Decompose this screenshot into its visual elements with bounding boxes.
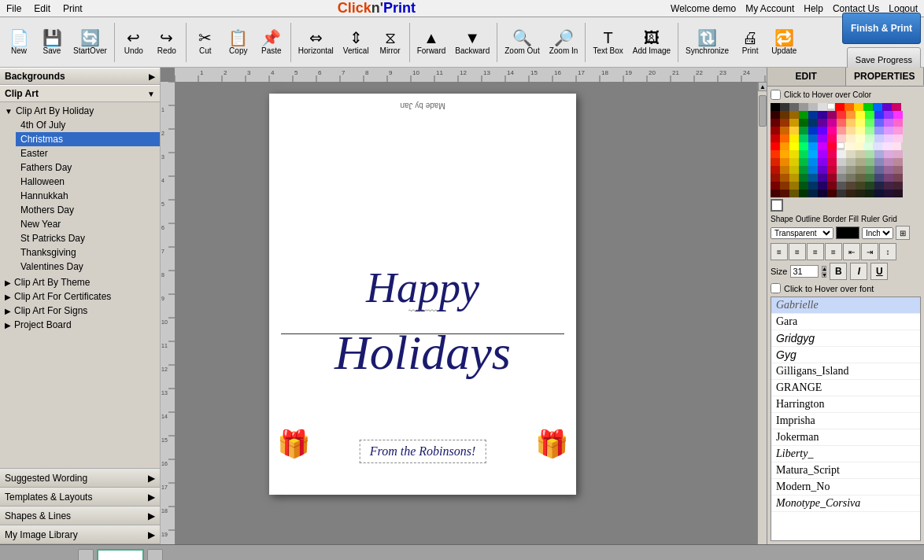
font-item-grange[interactable]: GRANGE <box>771 380 920 396</box>
color-cell[interactable] <box>892 142 901 150</box>
color-cell[interactable] <box>846 174 856 182</box>
active-color-box[interactable] <box>771 199 783 212</box>
holiday-4th[interactable]: 4th Of July <box>16 118 160 132</box>
color-cell[interactable] <box>856 166 865 174</box>
color-cell[interactable] <box>789 174 799 182</box>
color-cell[interactable] <box>846 166 856 174</box>
color-cell[interactable] <box>893 166 903 174</box>
color-cell[interactable] <box>789 166 799 174</box>
shapes-lines-item[interactable]: Shapes & Lines ▶ <box>0 507 160 525</box>
color-cell[interactable] <box>827 158 837 166</box>
color-cell[interactable] <box>799 182 808 190</box>
color-cell[interactable] <box>799 190 808 197</box>
color-cell[interactable] <box>780 190 789 197</box>
forward-button[interactable]: ▲ Forward <box>413 28 450 57</box>
color-cell[interactable] <box>856 127 865 134</box>
color-cell[interactable] <box>835 103 845 111</box>
from-text-box[interactable]: From the Robinsons! <box>360 440 486 463</box>
color-cell[interactable] <box>893 111 903 119</box>
font-item-gilligansisland[interactable]: Gilligans_Island <box>771 363 920 380</box>
clip-art-by-theme-parent[interactable]: ▶ Clip Art By Theme <box>0 275 160 289</box>
color-cell[interactable] <box>846 190 856 197</box>
color-cell[interactable] <box>856 119 865 127</box>
color-cell[interactable] <box>808 142 818 150</box>
color-cell[interactable] <box>846 134 856 142</box>
holiday-new-year[interactable]: New Year <box>16 217 160 231</box>
color-cell[interactable] <box>808 158 818 166</box>
color-cell[interactable] <box>771 190 780 197</box>
align-right-btn[interactable]: ≡ <box>825 243 842 260</box>
font-item-gridgyg[interactable]: Gridgyg <box>771 330 920 347</box>
color-cell[interactable] <box>837 127 846 134</box>
vertical-button[interactable]: ⇕ Vertical <box>339 28 373 57</box>
color-cell[interactable] <box>837 190 846 197</box>
holiday-st-patricks[interactable]: St Patricks Day <box>16 231 160 245</box>
color-cell[interactable] <box>884 166 893 174</box>
color-cell[interactable] <box>874 127 884 134</box>
finish-print-button[interactable]: Finish & Print <box>842 13 921 44</box>
color-cell[interactable] <box>874 174 884 182</box>
color-cell[interactable] <box>874 166 884 174</box>
color-cell[interactable] <box>808 134 818 142</box>
align-center-btn[interactable]: ≡ <box>789 243 806 260</box>
color-cell[interactable] <box>874 158 884 166</box>
color-cell[interactable] <box>893 182 903 190</box>
color-cell[interactable] <box>799 119 808 127</box>
canvas-viewport[interactable]: Made by Jan Happy 〰〰〰 Holidays 🎁 <box>175 82 757 544</box>
color-cell[interactable] <box>771 174 780 182</box>
color-cell[interactable] <box>854 103 863 111</box>
bold-button[interactable]: B <box>830 263 847 280</box>
color-cell[interactable] <box>893 150 903 158</box>
color-cell[interactable] <box>780 111 789 119</box>
color-cell[interactable] <box>882 142 892 150</box>
color-cell[interactable] <box>789 142 799 150</box>
color-cell[interactable] <box>865 158 874 166</box>
color-cell[interactable] <box>789 119 799 127</box>
color-cell[interactable] <box>780 142 789 150</box>
color-cell[interactable] <box>827 119 837 127</box>
color-cell[interactable] <box>884 111 893 119</box>
color-cell[interactable] <box>846 150 856 158</box>
align-justify-btn[interactable]: ≡ <box>807 243 824 260</box>
color-cell[interactable] <box>789 127 799 134</box>
color-cell[interactable] <box>808 174 818 182</box>
color-cell[interactable] <box>789 158 799 166</box>
holiday-fathers-day[interactable]: Fathers Day <box>16 160 160 175</box>
color-cell[interactable] <box>884 182 893 190</box>
color-cell[interactable] <box>856 111 865 119</box>
color-cell[interactable] <box>799 103 808 111</box>
font-item-gyg[interactable]: Gyg <box>771 347 920 363</box>
border-fill-color[interactable] <box>836 227 859 239</box>
color-cell[interactable] <box>780 127 789 134</box>
color-cell[interactable] <box>874 190 884 197</box>
page-thumbnail-1[interactable]: Happy Holidays <box>97 549 144 561</box>
clip-art-for-certs-parent[interactable]: ▶ Clip Art For Certificates <box>0 289 160 304</box>
color-cell[interactable] <box>874 182 884 190</box>
backward-button[interactable]: ▼ Backward <box>451 28 493 57</box>
templates-layouts-item[interactable]: Templates & Layouts ▶ <box>0 488 160 507</box>
color-cell[interactable] <box>818 127 827 134</box>
font-item-gabrielle[interactable]: Gabrielle <box>771 297 920 314</box>
project-board-parent[interactable]: ▶ Project Board <box>0 318 160 332</box>
clip-art-by-holiday-parent[interactable]: ▼ Clip Art By Holiday <box>0 104 160 118</box>
color-cell[interactable] <box>837 174 846 182</box>
color-cell[interactable] <box>780 158 789 166</box>
color-cell[interactable] <box>893 134 903 142</box>
color-cell[interactable] <box>789 150 799 158</box>
indent-left-btn[interactable]: ⇤ <box>843 243 860 260</box>
color-cell[interactable] <box>874 134 884 142</box>
color-cell[interactable] <box>827 182 837 190</box>
color-cell[interactable] <box>892 103 901 111</box>
color-cell[interactable] <box>863 142 873 150</box>
color-cell[interactable] <box>799 150 808 158</box>
color-cell[interactable] <box>827 174 837 182</box>
color-cell[interactable] <box>818 150 827 158</box>
color-cell[interactable] <box>837 119 846 127</box>
undo-button[interactable]: ↩ Undo <box>118 28 150 57</box>
thumb-scroll-right[interactable]: ▶ <box>147 549 163 561</box>
color-cell[interactable] <box>818 190 827 197</box>
color-cell[interactable] <box>884 158 893 166</box>
color-cell[interactable] <box>818 134 827 142</box>
color-cell[interactable] <box>827 150 837 158</box>
color-cell[interactable] <box>818 103 827 111</box>
